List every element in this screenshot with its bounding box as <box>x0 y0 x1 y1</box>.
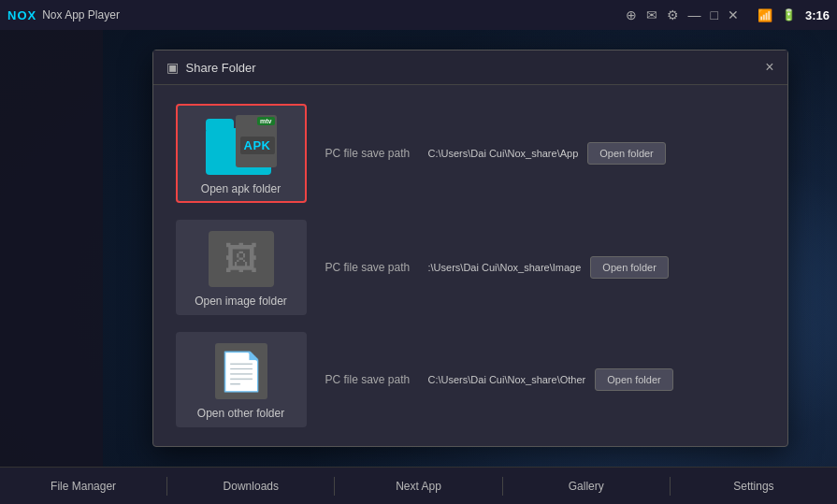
image-path-value: :\Users\Dai Cui\Nox_share\Image <box>428 262 582 273</box>
taskbar-settings[interactable]: Settings <box>671 468 837 504</box>
taskbar: File Manager Downloads Next App Gallery … <box>0 467 837 504</box>
app-title: Nox App Player <box>42 8 625 22</box>
image-path-label: PC file save path <box>325 261 419 274</box>
apk-path-value: C:\Users\Dai Cui\Nox_share\App <box>428 148 579 159</box>
modal-header: ▣ Share Folder × <box>153 50 787 85</box>
titlebar: NOX Nox App Player ⊕ ✉ ⚙ — □ ✕ 📶 🔋 3:16 <box>0 0 837 30</box>
image-path-group: PC file save path :\Users\Dai Cui\Nox_sh… <box>325 256 765 279</box>
taskbar-gallery[interactable]: Gallery <box>503 468 670 504</box>
other-folder-label: Open other folder <box>197 407 284 420</box>
other-open-folder-button[interactable]: Open folder <box>595 368 672 391</box>
other-folder-row: 📄 Open other folder PC file save path C:… <box>176 332 765 427</box>
main-content: ▣ Share Folder × mtv APK Open <box>103 30 837 467</box>
apk-file-label: mtv <box>257 117 274 125</box>
clock: 3:16 <box>805 8 830 22</box>
open-other-folder-button[interactable]: 📄 Open other folder <box>176 332 307 427</box>
taskbar-next-app[interactable]: Next App <box>335 468 501 504</box>
sidebar <box>0 30 103 467</box>
apk-folder-row: mtv APK Open apk folder PC file save pat… <box>176 104 765 203</box>
apk-folder-label: Open apk folder <box>201 182 281 195</box>
image-icon: 🖼 <box>209 231 274 287</box>
mail-icon[interactable]: ✉ <box>646 7 657 22</box>
image-open-folder-button[interactable]: Open folder <box>590 256 668 279</box>
doc-placeholder-icon: 📄 <box>218 350 265 394</box>
share-folder-modal: ▣ Share Folder × mtv APK Open <box>152 50 788 447</box>
image-folder-label: Open image folder <box>195 295 287 308</box>
apk-open-folder-button[interactable]: Open folder <box>587 142 665 165</box>
other-path-group: PC file save path C:\Users\Dai Cui\Nox_s… <box>325 368 765 391</box>
other-path-value: C:\Users\Dai Cui\Nox_share\Other <box>428 374 586 385</box>
pin-icon[interactable]: ⊕ <box>626 7 637 22</box>
modal-title-icon: ▣ <box>166 60 179 75</box>
titlebar-controls: ⊕ ✉ ⚙ — □ ✕ 📶 🔋 3:16 <box>626 7 830 22</box>
other-path-label: PC file save path <box>325 373 419 386</box>
image-placeholder-icon: 🖼 <box>224 239 258 279</box>
modal-close-button[interactable]: × <box>765 60 773 75</box>
modal-title-text: Share Folder <box>186 61 256 75</box>
maximize-button[interactable]: □ <box>711 7 718 22</box>
image-folder-row: 🖼 Open image folder PC file save path :\… <box>176 220 765 315</box>
apk-text: APK <box>240 137 275 154</box>
apk-path-label: PC file save path <box>325 147 419 160</box>
doc-icon: 📄 <box>215 343 267 399</box>
app-logo: NOX <box>7 8 36 22</box>
taskbar-file-manager[interactable]: File Manager <box>0 468 166 504</box>
close-button[interactable]: ✕ <box>728 7 739 22</box>
apk-icon: mtv APK <box>206 115 277 175</box>
apk-file-shape: mtv APK <box>236 115 277 167</box>
taskbar-downloads[interactable]: Downloads <box>167 468 334 504</box>
modal-title-group: ▣ Share Folder <box>166 60 256 75</box>
battery-icon: 🔋 <box>782 8 796 22</box>
wifi-icon: 📶 <box>758 8 772 22</box>
apk-path-group: PC file save path C:\Users\Dai Cui\Nox_s… <box>325 142 765 165</box>
open-image-folder-button[interactable]: 🖼 Open image folder <box>176 220 307 315</box>
modal-body: mtv APK Open apk folder PC file save pat… <box>153 85 787 446</box>
settings-icon[interactable]: ⚙ <box>667 7 679 22</box>
open-apk-folder-button[interactable]: mtv APK Open apk folder <box>176 104 307 203</box>
minimize-button[interactable]: — <box>688 7 701 22</box>
